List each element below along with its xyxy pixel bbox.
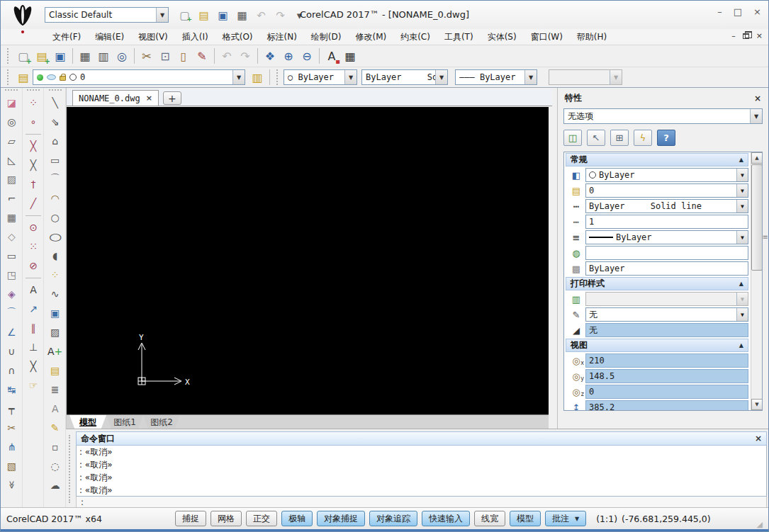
undo-icon[interactable]: ↶ [253,7,269,23]
select-window-icon[interactable]: ⊞ [610,130,629,146]
trim-corner-icon[interactable]: ╳ [24,137,43,155]
doc-minimize-button[interactable]: – [731,31,736,40]
new-file-icon[interactable]: ▢+ [14,47,33,65]
status-toggle-对象追踪[interactable]: 对象追踪 [369,511,417,526]
spline-icon[interactable]: ∿ [46,285,64,303]
close-panel-icon[interactable]: × [754,94,761,103]
text-line-icon[interactable]: A [46,400,64,418]
chevron-down-icon[interactable]: ▼ [344,70,357,84]
panel-resize-grip[interactable]: ≡ [763,233,768,241]
rotate-icon[interactable]: ◇ [2,227,21,246]
menu-3[interactable]: 视图(V) [132,30,174,45]
sheet-tab-1[interactable]: 模型 [69,415,106,429]
new-tab-button[interactable]: + [163,91,181,105]
open-file-icon[interactable]: ▤+ [33,47,51,65]
lengthen-icon[interactable]: † [24,175,43,193]
cut-icon[interactable]: ✂ [137,47,156,65]
sheet-tab-3[interactable]: 图纸2 [143,415,180,429]
status-toggle-捕捉[interactable]: 捕捉 [175,511,206,526]
chevron-down-icon[interactable]: ▼ [736,308,748,321]
copy-icon[interactable]: ⊡ [156,47,174,65]
point-scatter-icon[interactable]: ⁘ [46,266,64,284]
close-button[interactable]: × [753,6,761,17]
close-tab-icon[interactable]: × [146,94,152,103]
close-command-window-icon[interactable]: × [755,434,762,443]
move-point-icon[interactable]: ↗ [24,300,43,318]
scrollbar-thumb[interactable] [751,164,763,271]
chamfer-icon[interactable]: ∠ [2,323,21,341]
menu-12[interactable]: 窗口(W) [524,30,569,45]
taper-icon[interactable]: ◺ [2,151,21,169]
chevron-down-icon[interactable]: ▼ [750,109,762,123]
new-file-icon[interactable]: ▢+ [176,7,193,23]
split-icon[interactable]: ✂ [2,419,21,437]
infinite-line-icon[interactable]: ⇘ [46,113,64,131]
line-weight-combo[interactable]: ——— ByLayer ▼ [455,69,537,85]
status-toggle-正交[interactable]: 正交 [246,511,277,526]
scrollbar[interactable]: ▲ ▼ [751,152,762,410]
chevron-down-icon[interactable]: ▼ [736,200,748,213]
line-style-field[interactable]: ByLayer Solid line▼ [585,199,748,213]
text-style-icon[interactable]: A▪ [322,47,341,65]
parallel-icon[interactable]: ∥ [24,319,43,337]
help-icon[interactable]: ? [657,130,675,146]
collapse-icon[interactable]: ▲ [739,157,743,163]
command-window-grip[interactable] [69,435,72,503]
pattern-icon[interactable]: ▦ [2,208,21,227]
menu-13[interactable]: 帮助(H) [571,30,613,45]
title-bar[interactable]: Classic Default ▼ ▢+▤▣▦↶↷▾ CorelCAD 2017… [1,1,768,29]
trim-icon[interactable]: ┯ [2,400,21,418]
text-icon[interactable]: A+ [46,342,64,361]
cloud-icon[interactable]: ☁ [46,476,64,494]
fillet-icon[interactable]: ⌒ [2,304,21,322]
hyperlink-field[interactable] [585,246,748,260]
more-tools-icon[interactable]: ≫ [7,481,16,489]
ellipse-arc-icon[interactable]: ◖ [46,247,64,265]
doc-restore-button[interactable] [743,33,749,39]
status-toggle-对象捕捉[interactable]: 对象捕捉 [317,511,365,526]
polygon-icon[interactable]: ⌂ [46,132,64,150]
quick-select-icon[interactable]: ϟ [634,130,652,146]
status-toggle-快速输入[interactable]: 快速输入 [422,511,470,526]
point-pattern-icon[interactable]: ⁙ [24,237,43,256]
menu-7[interactable]: 绘制(D) [305,30,348,45]
status-toggle-批注[interactable]: 批注▼ [545,511,586,526]
chevron-down-icon[interactable]: ▼ [736,231,748,244]
menu-4[interactable]: 插入(I) [176,30,215,45]
open-file-icon[interactable]: ▤ [196,7,212,23]
panel-splitter[interactable] [552,88,557,429]
scroll-down-icon[interactable]: ▼ [751,399,763,410]
line-weight-field[interactable]: ByLayer▼ [585,230,748,244]
scroll-up-icon[interactable]: ▲ [751,152,763,164]
status-toggle-线宽[interactable]: 线宽 [474,511,505,526]
toolbar-grip[interactable] [27,89,40,92]
match-point-icon[interactable]: ☞ [24,376,43,395]
plot-style-field[interactable]: 无▼ [585,307,748,322]
menu-8[interactable]: 修改(M) [349,30,393,45]
chevron-down-icon[interactable]: ▼ [232,70,245,84]
move-icon[interactable]: ▱ [2,132,21,150]
customize-toolbar-icon[interactable]: ▾ [291,7,308,23]
transparency-field[interactable]: ByLayer [585,261,748,276]
intersect-icon[interactable]: ╳ [24,357,43,375]
window-resize-grip[interactable]: ◢ [757,520,763,529]
workspace-combo[interactable]: Classic Default ▼ [45,7,169,23]
menu-2[interactable]: 编辑(E) [89,30,130,45]
table-style-icon[interactable]: ▦ [341,47,359,65]
ellipse-icon[interactable]: ○ [46,227,64,246]
save-icon[interactable]: ▣ [215,7,231,23]
cloud-rect-icon[interactable]: ▫ [46,438,64,456]
menu-10[interactable]: 工具(T) [438,30,480,45]
line-color-combo[interactable]: ○ ByLayer ▼ [284,69,357,85]
tangent-icon[interactable]: ⊘ [24,256,43,275]
drawing-canvas[interactable]: Y X [67,107,549,414]
select-cursor-icon[interactable]: ↖ [587,130,605,146]
layer-combo[interactable]: 0 ▼ [33,69,245,85]
block-edit-icon[interactable]: ◳ [2,266,21,284]
pan-icon[interactable]: ❖ [261,47,279,65]
doc-close-button[interactable]: × [756,31,763,40]
join-icon[interactable]: ⋔ [2,438,21,456]
line-icon[interactable]: ╲ [46,94,64,112]
line-style-scale-field[interactable]: 1 [585,215,748,229]
print-copies-icon[interactable]: ▥ [94,47,113,65]
